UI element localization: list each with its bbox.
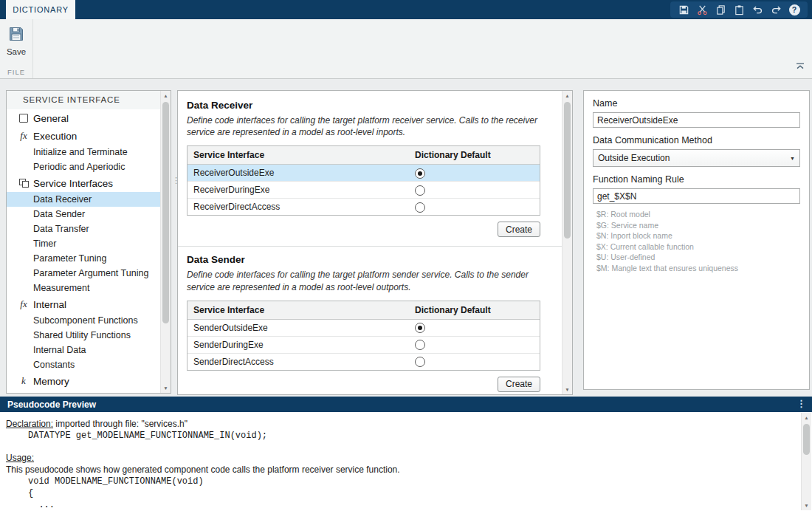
table-row[interactable]: ReceiverOutsideExe <box>187 165 540 182</box>
kebab-menu-icon[interactable]: ⋮ <box>796 398 806 409</box>
dictionary-default-radio[interactable] <box>415 323 425 333</box>
scroll-down-icon[interactable]: ▼ <box>562 385 572 394</box>
sidebar-tree: General fx Execution Initialize and Term… <box>7 109 161 393</box>
file-section-label: FILE <box>0 68 32 76</box>
detail-content: Data Receiver Define code interfaces for… <box>178 91 562 394</box>
scroll-up-icon[interactable]: ▲ <box>562 91 572 100</box>
sidebar-item-data-receiver[interactable]: Data Receiver <box>7 192 161 207</box>
collapse-ribbon-icon[interactable] <box>796 59 805 72</box>
sidebar-item-periodic-and-aperiodic[interactable]: Periodic and Aperiodic <box>7 160 161 174</box>
ribbon: Save FILE <box>0 19 812 79</box>
undo-icon[interactable] <box>751 4 763 16</box>
save-button[interactable]: Save <box>4 26 28 56</box>
sidebar-item-parameter-tuning[interactable]: Parameter Tuning <box>7 251 161 266</box>
scroll-up-icon[interactable]: ▲ <box>802 413 811 422</box>
tab-dictionary[interactable]: DICTIONARY <box>6 0 75 19</box>
service-interface-name: ReceiverDuringExe <box>187 185 409 195</box>
section-divider <box>178 246 562 247</box>
scroll-down-icon[interactable]: ▼ <box>802 501 811 510</box>
redo-icon[interactable] <box>770 4 782 16</box>
dictionary-default-radio[interactable] <box>415 202 425 213</box>
usage-code-line: { <box>28 487 797 499</box>
sidebar-item-timer[interactable]: Timer <box>7 236 161 251</box>
layers-icon <box>17 179 30 188</box>
help-glyph: ? <box>789 4 800 16</box>
sidebar-item-service-interfaces[interactable]: Service Interfaces <box>7 174 161 192</box>
copy-icon[interactable] <box>715 4 726 16</box>
naming-rule-hints: $R: Root model $G: Service name $N: Inpo… <box>593 209 800 273</box>
sidebar-scrollbar[interactable]: ▲ ▼ <box>160 91 171 393</box>
usage-label: Usage: <box>6 453 34 463</box>
data-communication-method-dropdown[interactable]: Outside Execution ▼ <box>593 149 800 167</box>
sidebar-item-memory[interactable]: k Memory <box>7 372 161 390</box>
sidebar-item-measurement[interactable]: Measurement <box>7 281 161 295</box>
function-icon: fx <box>17 298 30 310</box>
help-icon[interactable]: ? <box>788 4 800 16</box>
create-sender-button[interactable]: Create <box>498 377 540 392</box>
sidebar-item-data-transfer[interactable]: Data Transfer <box>7 222 161 236</box>
declaration-code: DATATYPE get_MODELNAME_FUNCTIONNAME_IN(v… <box>28 430 797 442</box>
pseudocode-scrollbar[interactable]: ▲ ▼ <box>801 413 811 510</box>
service-interface-name: SenderDuringExe <box>187 340 409 350</box>
service-interface-name: ReceiverDirectAccess <box>187 202 409 212</box>
sidebar-item-label: Subcomponent Functions <box>33 315 138 326</box>
sidebar-item-initialize-and-terminate[interactable]: Initialize and Terminate <box>7 145 161 160</box>
scrollbar-thumb[interactable] <box>803 424 810 455</box>
declaration-text: imported through file: "services.h" <box>53 419 187 429</box>
chevron-down-icon: ▼ <box>790 156 795 161</box>
save-button-label: Save <box>4 47 28 56</box>
table-row[interactable]: ReceiverDirectAccess <box>187 199 540 215</box>
dictionary-default-radio[interactable] <box>415 168 425 179</box>
sidebar-item-general[interactable]: General <box>7 109 161 127</box>
sidebar-item-label: Shared Utility Functions <box>33 330 131 340</box>
sidebar-item-internal-data[interactable]: Internal Data <box>7 343 161 357</box>
sidebar-item-label: Data Receiver <box>33 194 92 205</box>
service-interface-name: ReceiverOutsideExe <box>187 168 409 178</box>
data-sender-table: Service Interface Dictionary Default Sen… <box>187 301 540 371</box>
sidebar-item-label: Data Transfer <box>33 224 89 234</box>
sidebar-item-shared-utility-functions[interactable]: Shared Utility Functions <box>7 328 161 343</box>
table-row[interactable]: SenderDirectAccess <box>187 354 540 370</box>
titlebar: DICTIONARY ? <box>0 0 812 19</box>
name-label: Name <box>593 98 800 109</box>
dropdown-selected-value: Outside Execution <box>598 153 670 163</box>
table-header-row: Service Interface Dictionary Default <box>187 301 540 320</box>
sidebar-item-execution[interactable]: fx Execution <box>7 127 161 145</box>
section-description: Define code interfaces for calling the t… <box>187 114 540 138</box>
table-row[interactable]: SenderOutsideExe <box>187 320 540 337</box>
usage-code-line: ... <box>28 499 797 511</box>
scrollbar-thumb[interactable] <box>162 102 169 323</box>
cut-icon[interactable] <box>696 4 708 16</box>
dictionary-default-radio[interactable] <box>415 185 425 196</box>
dictionary-default-radio[interactable] <box>415 357 425 367</box>
scroll-down-icon[interactable]: ▼ <box>161 383 171 393</box>
sidebar-item-subcomponent-functions[interactable]: Subcomponent Functions <box>7 313 161 328</box>
function-naming-rule-input[interactable] <box>593 188 800 204</box>
table-row[interactable]: ReceiverDuringExe <box>187 182 540 199</box>
ribbon-file-section: Save FILE <box>0 19 33 78</box>
detail-scrollbar[interactable]: ▲ ▼ <box>562 91 572 394</box>
naming-hint: $M: Mangle text that ensures uniqueness <box>596 263 800 274</box>
sidebar-item-label: Service Interfaces <box>33 178 113 189</box>
sidebar-item-constants[interactable]: Constants <box>7 357 161 372</box>
quick-access-toolbar: ? <box>670 1 808 18</box>
paste-icon[interactable] <box>733 4 745 16</box>
sidebar-item-parameter-argument-tuning[interactable]: Parameter Argument Tuning <box>7 266 161 281</box>
dictionary-default-radio[interactable] <box>415 340 425 350</box>
declaration-label: Declaration: <box>6 419 53 429</box>
create-receiver-button[interactable]: Create <box>498 222 540 237</box>
table-header-row: Service Interface Dictionary Default <box>187 146 540 165</box>
table-row[interactable]: SenderDuringExe <box>187 337 540 354</box>
general-icon <box>17 114 30 123</box>
scrollbar-thumb[interactable] <box>564 102 571 239</box>
column-header-service-interface: Service Interface <box>187 305 409 315</box>
data-receiver-table: Service Interface Dictionary Default Rec… <box>187 145 540 216</box>
pseudocode-title: Pseudocode Preview <box>7 399 96 410</box>
name-input[interactable] <box>593 112 800 128</box>
sidebar-item-label: Constants <box>33 360 75 370</box>
function-icon: fx <box>17 130 30 142</box>
sidebar-item-data-sender[interactable]: Data Sender <box>7 207 161 222</box>
scroll-up-icon[interactable]: ▲ <box>161 91 171 100</box>
save-icon[interactable] <box>678 4 689 16</box>
sidebar-item-internal[interactable]: fx Internal <box>7 295 161 313</box>
